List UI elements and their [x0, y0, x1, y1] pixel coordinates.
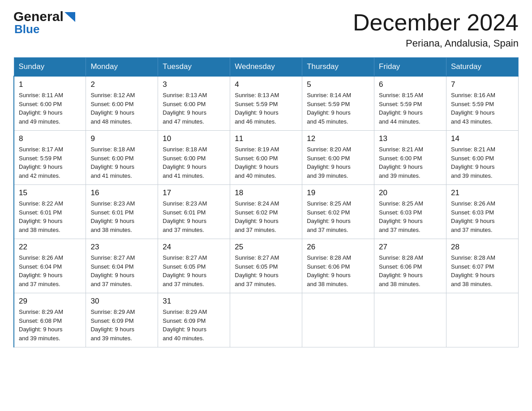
day-cell: 27 Sunrise: 8:28 AM Sunset: 6:06 PM Dayl…: [374, 239, 446, 293]
day-cell: [302, 293, 374, 347]
day-number: 16: [90, 188, 153, 197]
day-number: 23: [90, 243, 153, 252]
week-row-5: 29 Sunrise: 8:29 AM Sunset: 6:08 PM Dayl…: [14, 293, 519, 347]
day-number: 12: [307, 134, 369, 143]
day-info: Sunrise: 8:27 AM Sunset: 6:04 PM Dayligh…: [90, 253, 153, 288]
week-row-1: 1 Sunrise: 8:11 AM Sunset: 6:00 PM Dayli…: [14, 76, 519, 131]
day-header-friday: Friday: [374, 58, 446, 77]
day-info: Sunrise: 8:26 AM Sunset: 6:03 PM Dayligh…: [451, 199, 514, 234]
day-info: Sunrise: 8:29 AM Sunset: 6:09 PM Dayligh…: [163, 308, 225, 342]
day-number: 3: [163, 80, 225, 89]
day-cell: 7 Sunrise: 8:16 AM Sunset: 5:59 PM Dayli…: [446, 76, 519, 131]
day-header-monday: Monday: [86, 58, 158, 77]
svg-marker-0: [64, 12, 75, 22]
day-info: Sunrise: 8:13 AM Sunset: 6:00 PM Dayligh…: [163, 91, 225, 126]
day-info: Sunrise: 8:24 AM Sunset: 6:02 PM Dayligh…: [235, 199, 297, 234]
day-cell: 25 Sunrise: 8:27 AM Sunset: 6:05 PM Dayl…: [230, 239, 302, 293]
week-row-3: 15 Sunrise: 8:22 AM Sunset: 6:01 PM Dayl…: [14, 185, 519, 239]
day-cell: 1 Sunrise: 8:11 AM Sunset: 6:00 PM Dayli…: [14, 76, 86, 131]
day-number: 1: [19, 80, 81, 89]
day-number: 8: [19, 134, 81, 143]
day-number: 25: [235, 243, 297, 252]
day-cell: 2 Sunrise: 8:12 AM Sunset: 6:00 PM Dayli…: [86, 76, 158, 131]
day-info: Sunrise: 8:22 AM Sunset: 6:01 PM Dayligh…: [19, 199, 81, 234]
day-cell: 19 Sunrise: 8:25 AM Sunset: 6:02 PM Dayl…: [302, 185, 374, 239]
day-header-thursday: Thursday: [302, 58, 374, 77]
day-header-saturday: Saturday: [446, 58, 519, 77]
day-info: Sunrise: 8:25 AM Sunset: 6:03 PM Dayligh…: [379, 199, 442, 234]
day-number: 26: [307, 243, 369, 252]
day-number: 5: [307, 80, 369, 89]
day-number: 19: [307, 188, 369, 197]
day-info: Sunrise: 8:26 AM Sunset: 6:04 PM Dayligh…: [19, 253, 81, 288]
day-info: Sunrise: 8:27 AM Sunset: 6:05 PM Dayligh…: [235, 253, 297, 288]
day-info: Sunrise: 8:28 AM Sunset: 6:06 PM Dayligh…: [379, 253, 442, 288]
day-number: 11: [235, 134, 297, 143]
day-number: 15: [19, 188, 81, 197]
day-cell: 16 Sunrise: 8:23 AM Sunset: 6:01 PM Dayl…: [86, 185, 158, 239]
day-info: Sunrise: 8:11 AM Sunset: 6:00 PM Dayligh…: [19, 91, 81, 126]
day-cell: [446, 293, 519, 347]
day-number: 7: [451, 80, 514, 89]
logo-triangle-icon: [64, 12, 75, 22]
day-cell: 17 Sunrise: 8:23 AM Sunset: 6:01 PM Dayl…: [158, 185, 230, 239]
day-cell: 3 Sunrise: 8:13 AM Sunset: 6:00 PM Dayli…: [158, 76, 230, 131]
location-title: Periana, Andalusia, Spain: [353, 38, 519, 49]
month-title: December 2024: [353, 9, 519, 36]
day-cell: 26 Sunrise: 8:28 AM Sunset: 6:06 PM Dayl…: [302, 239, 374, 293]
calendar-table: SundayMondayTuesdayWednesdayThursdayFrid…: [13, 57, 519, 347]
day-cell: 30 Sunrise: 8:29 AM Sunset: 6:09 PM Dayl…: [86, 293, 158, 347]
day-cell: 15 Sunrise: 8:22 AM Sunset: 6:01 PM Dayl…: [14, 185, 86, 239]
day-cell: 22 Sunrise: 8:26 AM Sunset: 6:04 PM Dayl…: [14, 239, 86, 293]
day-info: Sunrise: 8:21 AM Sunset: 6:00 PM Dayligh…: [451, 145, 514, 180]
day-number: 13: [379, 134, 442, 143]
day-info: Sunrise: 8:29 AM Sunset: 6:08 PM Dayligh…: [19, 308, 81, 342]
day-info: Sunrise: 8:16 AM Sunset: 5:59 PM Dayligh…: [451, 91, 514, 126]
logo-blue-text: Blue: [14, 22, 39, 36]
day-info: Sunrise: 8:18 AM Sunset: 6:00 PM Dayligh…: [90, 145, 153, 180]
day-number: 29: [19, 297, 81, 306]
day-number: 18: [235, 188, 297, 197]
week-row-2: 8 Sunrise: 8:17 AM Sunset: 5:59 PM Dayli…: [14, 131, 519, 185]
day-info: Sunrise: 8:28 AM Sunset: 6:07 PM Dayligh…: [451, 253, 514, 288]
day-cell: 31 Sunrise: 8:29 AM Sunset: 6:09 PM Dayl…: [158, 293, 230, 347]
day-info: Sunrise: 8:23 AM Sunset: 6:01 PM Dayligh…: [90, 199, 153, 234]
day-info: Sunrise: 8:15 AM Sunset: 5:59 PM Dayligh…: [379, 91, 442, 126]
day-cell: 14 Sunrise: 8:21 AM Sunset: 6:00 PM Dayl…: [446, 131, 519, 185]
week-row-4: 22 Sunrise: 8:26 AM Sunset: 6:04 PM Dayl…: [14, 239, 519, 293]
logo-general-text: General: [13, 9, 64, 24]
day-cell: [230, 293, 302, 347]
page-header: General Blue December 2024 Periana, Anda…: [13, 9, 519, 49]
day-number: 10: [163, 134, 225, 143]
day-number: 2: [90, 80, 153, 89]
day-info: Sunrise: 8:17 AM Sunset: 5:59 PM Dayligh…: [19, 145, 81, 180]
day-cell: 12 Sunrise: 8:20 AM Sunset: 6:00 PM Dayl…: [302, 131, 374, 185]
title-area: December 2024 Periana, Andalusia, Spain: [353, 9, 519, 49]
day-cell: 10 Sunrise: 8:18 AM Sunset: 6:00 PM Dayl…: [158, 131, 230, 185]
day-info: Sunrise: 8:28 AM Sunset: 6:06 PM Dayligh…: [307, 253, 369, 288]
logo: General Blue: [13, 9, 75, 36]
day-cell: 13 Sunrise: 8:21 AM Sunset: 6:00 PM Dayl…: [374, 131, 446, 185]
day-number: 20: [379, 188, 442, 197]
day-number: 24: [163, 243, 225, 252]
day-cell: 11 Sunrise: 8:19 AM Sunset: 6:00 PM Dayl…: [230, 131, 302, 185]
day-cell: 24 Sunrise: 8:27 AM Sunset: 6:05 PM Dayl…: [158, 239, 230, 293]
day-number: 22: [19, 243, 81, 252]
day-cell: [374, 293, 446, 347]
day-cell: 4 Sunrise: 8:13 AM Sunset: 5:59 PM Dayli…: [230, 76, 302, 131]
day-cell: 20 Sunrise: 8:25 AM Sunset: 6:03 PM Dayl…: [374, 185, 446, 239]
day-cell: 18 Sunrise: 8:24 AM Sunset: 6:02 PM Dayl…: [230, 185, 302, 239]
day-cell: 21 Sunrise: 8:26 AM Sunset: 6:03 PM Dayl…: [446, 185, 519, 239]
day-info: Sunrise: 8:19 AM Sunset: 6:00 PM Dayligh…: [235, 145, 297, 180]
day-number: 6: [379, 80, 442, 89]
day-cell: 28 Sunrise: 8:28 AM Sunset: 6:07 PM Dayl…: [446, 239, 519, 293]
day-cell: 29 Sunrise: 8:29 AM Sunset: 6:08 PM Dayl…: [14, 293, 86, 347]
day-info: Sunrise: 8:12 AM Sunset: 6:00 PM Dayligh…: [90, 91, 153, 126]
day-cell: 5 Sunrise: 8:14 AM Sunset: 5:59 PM Dayli…: [302, 76, 374, 131]
day-info: Sunrise: 8:18 AM Sunset: 6:00 PM Dayligh…: [163, 145, 225, 180]
day-cell: 9 Sunrise: 8:18 AM Sunset: 6:00 PM Dayli…: [86, 131, 158, 185]
day-number: 17: [163, 188, 225, 197]
day-number: 31: [163, 297, 225, 306]
day-number: 28: [451, 243, 514, 252]
day-info: Sunrise: 8:20 AM Sunset: 6:00 PM Dayligh…: [307, 145, 369, 180]
